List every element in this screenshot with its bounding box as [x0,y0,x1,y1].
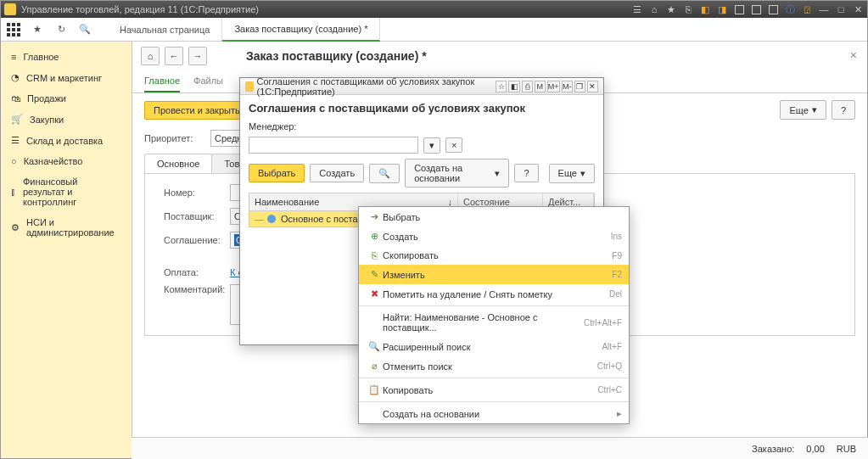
copy-icon: ⎘ [366,250,383,260]
sidebar-item-main[interactable]: ≡Главное [1,47,132,67]
clipboard-icon: 📋 [366,384,383,395]
ctx-create-based[interactable]: Создать на основании▸ [359,404,629,423]
ctx-copy[interactable]: ⎘СкопироватьF9 [359,246,629,265]
dlg-m-button[interactable]: M [535,81,546,92]
close-icon[interactable]: ✕ [852,3,864,15]
tab-start-page[interactable]: Начальная страница [108,18,222,42]
check-icon: ➔ [366,211,383,222]
info-icon[interactable]: ⓘ [784,3,796,15]
ctx-adv-find[interactable]: 🔍Расширенный поискAlt+F [359,337,629,356]
dlg-btn[interactable]: ◧ [508,81,519,92]
sidebar-item-finance[interactable]: ⫿Финансовый результат и контроллинг [1,171,132,212]
dlg-mminus-button[interactable]: M- [562,81,573,92]
sidebar-item-label: Закупки [30,115,64,125]
inner-tab-basic[interactable]: Основное [144,154,212,173]
sidebar-item-warehouse[interactable]: ☰Склад и доставка [1,130,132,151]
dialog-window-title: Соглашения с поставщиками об условиях за… [257,76,495,97]
tb-icon[interactable] [733,3,745,15]
ctx-create[interactable]: ⊕СоздатьIns [359,227,629,246]
star-icon[interactable]: ★ [30,22,45,37]
dlg-help-button[interactable]: ? [514,164,538,182]
chevron-right-icon: ▸ [617,408,622,419]
collapse-icon: — [255,214,264,224]
manager-select[interactable] [249,137,418,154]
tb-icon[interactable]: ⌂ [648,3,660,15]
history-icon[interactable]: ↻ [53,22,69,37]
subtab-main[interactable]: Главное [144,70,180,92]
find-button[interactable]: 🔍 [369,164,400,183]
sidebar-item-treasury[interactable]: ○Казначейство [1,151,132,171]
ctx-edit[interactable]: ✎ИзменитьF2 [359,265,629,284]
tb-icon[interactable]: ◨ [716,3,728,15]
apps-icon[interactable] [6,22,21,37]
tb-icon[interactable]: ☰ [631,3,643,15]
dlg-btn[interactable]: ☆ [496,81,507,92]
forward-button[interactable]: → [188,47,207,65]
bag-icon: 🛍 [11,93,20,104]
manager-dropdown-button[interactable]: ▾ [423,137,440,154]
number-label: Номер: [164,188,223,198]
chevron-down-icon: ▾ [580,168,585,179]
back-button[interactable]: ← [165,47,183,65]
sidebar-item-sales[interactable]: 🛍Продажи [1,88,132,109]
box-icon: ☰ [11,135,20,146]
minimize-icon[interactable]: — [818,3,830,15]
select-button[interactable]: Выбрать [249,164,305,182]
dlg-close-icon[interactable]: ✕ [587,81,598,92]
sidebar-item-nsi[interactable]: ⚙НСИ и администрирование [1,212,132,243]
post-and-close-button[interactable]: Провести и закрыть [144,101,249,120]
create-based-button[interactable]: Создать на основании ▾ [405,159,509,188]
sidebar-item-label: Казначейство [24,156,83,166]
more-button[interactable]: Еще▾ [780,100,826,120]
page-close-icon[interactable]: × [850,48,857,62]
sidebar-item-purchases[interactable]: 🛒Закупки [1,109,132,130]
create-button[interactable]: Создать [310,164,364,182]
ordered-value: 0,00 [806,444,824,454]
manager-label: Менеджер: [249,121,296,132]
tb-icon[interactable] [767,3,779,15]
menu-icon: ≡ [11,52,16,62]
comment-label: Комментарий: [164,284,223,294]
dlg-mplus-button[interactable]: M+ [547,81,560,92]
help-icon[interactable]: ⍰ [801,3,813,15]
payment-label: Оплата: [164,267,223,277]
pie-icon: ◔ [11,72,20,83]
ctx-mark-delete[interactable]: ✖Пометить на удаление / Снять пометкуDel [359,284,629,304]
app-icon [4,3,16,15]
ctx-clipboard-copy[interactable]: 📋КопироватьCtrl+C [359,380,629,400]
chevron-down-icon: ▾ [495,168,500,179]
ctx-select[interactable]: ➔Выбрать [359,207,629,227]
sidebar-item-label: Продажи [27,93,66,104]
sidebar-item-label: Главное [23,52,59,62]
context-menu: ➔Выбрать ⊕СоздатьIns ⎘СкопироватьF9 ✎Изм… [358,206,630,424]
chevron-down-icon: ▾ [812,104,817,115]
cancel-search-icon: ⌀ [366,361,383,372]
home-button[interactable]: ⌂ [141,47,160,65]
tab-supplier-order[interactable]: Заказ поставщику (создание) * [222,18,380,42]
agreement-label: Соглашение: [164,235,223,245]
tb-icon[interactable]: ◧ [699,3,711,15]
plus-icon: ⊕ [366,231,383,242]
sidebar: ≡Главное ◔CRM и маркетинг 🛍Продажи 🛒Заку… [1,42,132,458]
pencil-icon: ✎ [366,269,383,280]
dlg-more-button[interactable]: Еще ▾ [549,164,595,183]
sidebar-item-crm[interactable]: ◔CRM и маркетинг [1,67,132,88]
maximize-icon[interactable]: □ [835,3,847,15]
ordered-label: Заказано: [752,444,794,454]
currency-label: RUB [837,444,856,454]
top-toolbar: ★ ↻ 🔍 Начальная страница Заказ поставщик… [1,18,867,42]
tb-icon[interactable] [750,3,762,15]
app-title: Управление торговлей, редакция 11 (1С:Пр… [21,4,631,14]
item-icon [267,215,276,223]
search-icon[interactable]: 🔍 [77,22,92,37]
dlg-btn[interactable]: ⎙ [522,81,533,92]
dlg-restore-icon[interactable]: ❐ [574,81,585,92]
ctx-cancel-find[interactable]: ⌀Отменить поискCtrl+Q [359,356,629,376]
help-button[interactable]: ? [832,100,855,120]
ctx-find[interactable]: Найти: Наименование - Основное с поставщ… [359,308,629,337]
tb-icon[interactable]: ⎘ [682,3,694,15]
manager-clear-button[interactable]: × [445,137,462,153]
sidebar-item-label: Финансовый результат и контроллинг [23,176,121,207]
tb-icon[interactable]: ★ [665,3,677,15]
subtab-files[interactable]: Файлы [193,70,223,92]
